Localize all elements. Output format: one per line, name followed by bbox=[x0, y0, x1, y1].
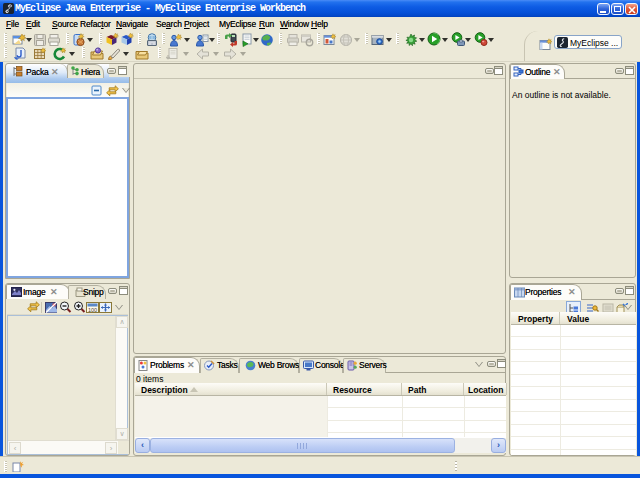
svg-text:100: 100 bbox=[88, 307, 97, 313]
